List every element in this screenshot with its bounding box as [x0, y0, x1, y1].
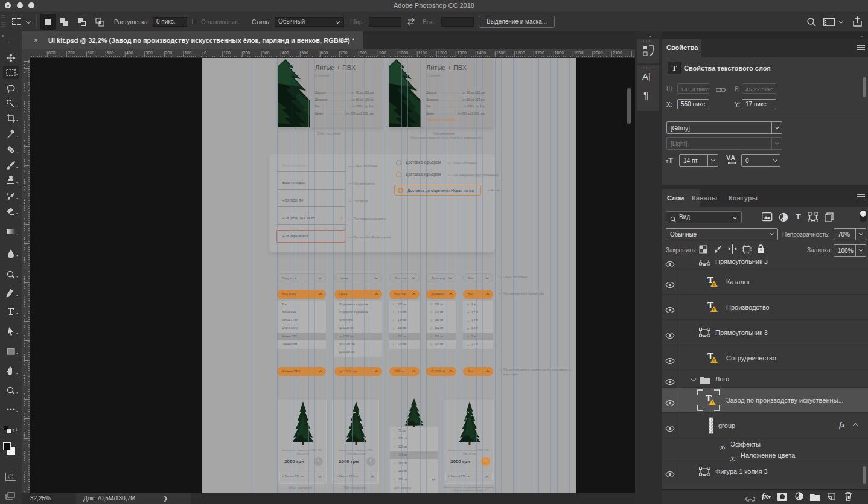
svg-text:V̲A̲: V̲A̲	[726, 154, 735, 161]
